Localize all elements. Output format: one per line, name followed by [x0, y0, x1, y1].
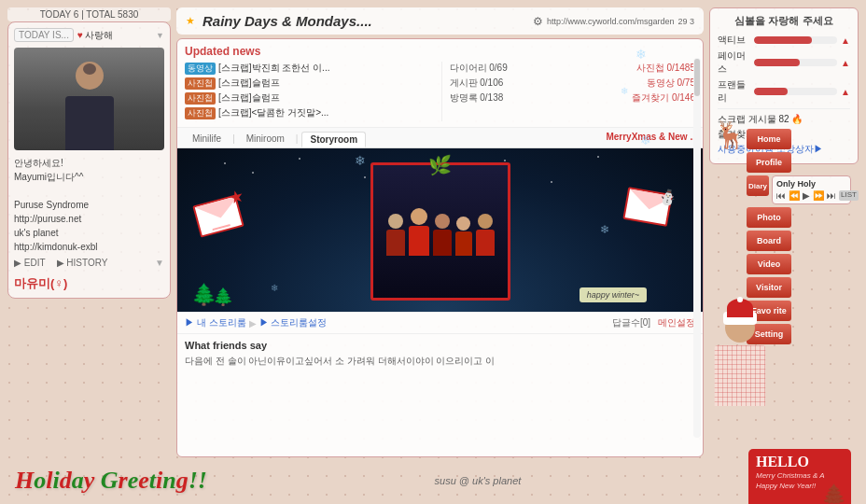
nav-home-button[interactable]: Home	[747, 129, 791, 149]
url-bar: ⚙ http://www.cyworld.com/msgarden 29 3	[533, 15, 694, 28]
stat-row-friendly: 프랜들리 ▲	[718, 78, 850, 105]
tab-miniroom[interactable]: Miniroom	[239, 132, 292, 147]
news-item: 사진첩 [스크랩]슬럼프	[185, 91, 432, 105]
stat-row-famous: 페이머스 ▲	[718, 49, 850, 76]
site-title: Rainy Days & Mondays....	[203, 13, 372, 29]
stats-title: 심볼을 자랑해 주세요	[718, 14, 850, 28]
stats-bar: TODAY 6 | TOTAL 5830	[7, 7, 171, 21]
story-footer: ▶ 내 스토리룸 ▶ ▶ 스토리룸설정 답글수[0] 메인설정	[177, 312, 703, 333]
news-item: 동영상 [스크랩]박진희 조한선 이...	[185, 62, 432, 75]
susu-text: susu @ uk's planet	[435, 475, 522, 486]
today-is-value: ♥ 사랑해	[77, 29, 113, 42]
snowflake: ❄	[640, 133, 651, 147]
edit-dropdown[interactable]: ▼	[155, 258, 164, 268]
my-story-link[interactable]: ▶ 내 스토리룸	[185, 316, 246, 329]
story-setting-link[interactable]: ▶ 스토리룸설정	[259, 316, 328, 329]
photo-badge: 사진첩	[185, 107, 216, 119]
today-is-label: TODAY IS...	[14, 28, 74, 42]
star-dot	[252, 172, 254, 174]
content-tabs: Minilife | Miniroom | Storyroom MerryXma…	[177, 128, 703, 148]
scroll-thumb[interactable]	[694, 59, 700, 96]
snowflake: ❄	[636, 47, 647, 62]
nav-video-button[interactable]: Video	[747, 254, 791, 274]
star-dot	[551, 181, 552, 183]
star-dot	[299, 158, 300, 160]
christmas-card: 🌿	[370, 162, 510, 301]
today-count: 6	[74, 9, 79, 20]
player-play[interactable]: ▶	[803, 190, 810, 201]
friends-text: 다음에 전 솔이 아닌이유이고싶어서 소 가려워 더해서이야이 이으리이고 이	[185, 355, 695, 368]
news-title: Updated news	[185, 45, 695, 58]
stat-bar-famous	[754, 59, 837, 66]
list-button[interactable]: LIST	[839, 190, 859, 201]
nav-board-button[interactable]: Board	[747, 231, 791, 251]
star-dot	[224, 162, 226, 164]
news-right-col: 다이어리 0/69 사진첩 0/1485 게시판 0/106 동영상 0/75 …	[441, 62, 696, 121]
dropdown-icon[interactable]: ▼	[156, 31, 164, 40]
reindeer-icon: 🦌	[714, 119, 747, 150]
comment-count: 답글수[0]	[612, 316, 650, 329]
story-snowflake: ❄	[271, 283, 278, 293]
news-item: 사진첩 [스크랩]<달콤한 거짓말>...	[185, 106, 432, 119]
profile-text: 안녕하세요! Mayumi입니다^^ Puruse Syndrome http:…	[14, 156, 164, 254]
star-dot	[364, 176, 366, 178]
snowflake: ❄	[621, 86, 628, 96]
tab-storyroom[interactable]: Storyroom	[301, 132, 366, 147]
title-bar: ★ Rainy Days & Mondays.... ⚙ http://www.…	[176, 7, 704, 35]
right-panel: 심볼을 자랑해 주세요 액티브 ▲ 페이머스 ▲ 프랜들리	[709, 7, 859, 457]
friends-section: What friends say 다음에 전 솔이 아닌이유이고싶어서 소 가려…	[177, 333, 703, 373]
stat-row-active: 액티브 ▲	[718, 34, 850, 47]
left-panel: TODAY 6 | TOTAL 5830 TODAY IS... ♥ 사랑해 ▼	[7, 7, 171, 457]
star-icon: ★	[186, 15, 195, 27]
news-section: Updated news 동영상 [스크랩]박진희 조한선 이... 사진첩 […	[177, 39, 703, 128]
scrollbar[interactable]	[693, 58, 701, 438]
player-fwd[interactable]: ⏩	[813, 190, 824, 201]
story-snowflake: ❄	[600, 223, 609, 236]
player-prev[interactable]: ⏮	[776, 190, 786, 201]
username: 마유미(♀)	[14, 275, 164, 292]
player-back[interactable]: ⏪	[789, 190, 800, 201]
player-end[interactable]: ⏭	[827, 190, 836, 201]
right-person-area	[705, 299, 775, 406]
url-text: http://www.cyworld.com/msgarden	[547, 17, 675, 26]
stat-arrow-active: ▲	[841, 35, 850, 46]
url-numbers: 29 3	[677, 17, 694, 26]
stat-arrow-friendly: ▲	[841, 87, 850, 97]
hello-title: HELLO	[756, 454, 844, 470]
main-connect[interactable]: 메인설정	[658, 316, 695, 329]
friends-title: What friends say	[185, 340, 695, 351]
edit-button[interactable]: ▶ EDIT	[14, 258, 46, 268]
stat-bar-friendly	[754, 88, 837, 95]
today-count-label: TODAY	[40, 9, 74, 20]
total-count: 5830	[118, 9, 138, 20]
happy-winter-text: happy winter~	[580, 287, 647, 302]
story-snowflake: ❄	[355, 153, 366, 168]
hello-card: 🌲 HELLO Merry Christmas & A Happy New Ye…	[748, 449, 851, 504]
bottom-bar: Holiday Greeting!! susu @ uk's planet 🌲 …	[0, 457, 866, 504]
profile-photo	[14, 48, 164, 150]
news-left-col: 동영상 [스크랩]박진희 조한선 이... 사진첩 [스크랩]슬럼프 사진첩 […	[185, 62, 440, 121]
tab-minilife[interactable]: Minilife	[185, 132, 229, 147]
settings-icon[interactable]: ⚙	[533, 15, 543, 28]
music-player: Only Holy ⏮ ⏪ ▶ ⏩ ⏭ LIST	[772, 175, 851, 204]
stat-arrow-famous: ▲	[841, 58, 850, 68]
video-badge: 동영상	[185, 63, 216, 75]
stat-bar-active	[754, 36, 837, 44]
middle-panel: ★ Rainy Days & Mondays.... ⚙ http://www.…	[176, 7, 704, 457]
star-dot	[597, 156, 599, 158]
story-area: ★ 🌿	[177, 148, 703, 312]
nav-diary-button[interactable]: Diary	[747, 175, 769, 196]
history-button[interactable]: ▶ HISTORY	[57, 258, 108, 268]
main-content-box: ❄ ❄ ❄ Updated news 동영상 [스크랩]박진희 조한선 이...	[176, 38, 704, 457]
nav-photo-button[interactable]: Photo	[747, 207, 791, 228]
star-dot	[504, 160, 506, 161]
now-playing: Only Holy	[776, 179, 846, 189]
nav-visitor-button[interactable]: Visitor	[747, 277, 791, 298]
tree-icon-mid: 🌲	[213, 287, 233, 307]
profile-card: TODAY IS... ♥ 사랑해 ▼	[7, 21, 171, 299]
nav-profile-button[interactable]: Profile	[747, 152, 791, 173]
heart-icon: ♥	[77, 30, 83, 40]
photo-badge: 사진첩	[185, 77, 216, 90]
news-item: 사진첩 [스크랩]슬럼프	[185, 77, 432, 90]
photo-badge: 사진첩	[185, 92, 216, 105]
